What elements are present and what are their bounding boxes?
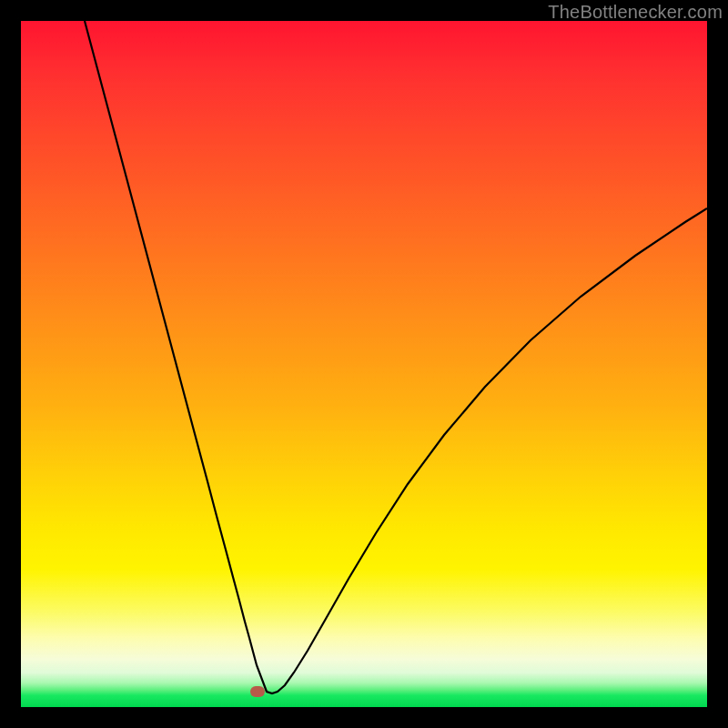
bottleneck-curve xyxy=(21,21,707,707)
watermark-text: TheBottlenecker.com xyxy=(548,2,723,23)
optimum-marker xyxy=(250,686,265,697)
chart-area xyxy=(21,21,707,707)
